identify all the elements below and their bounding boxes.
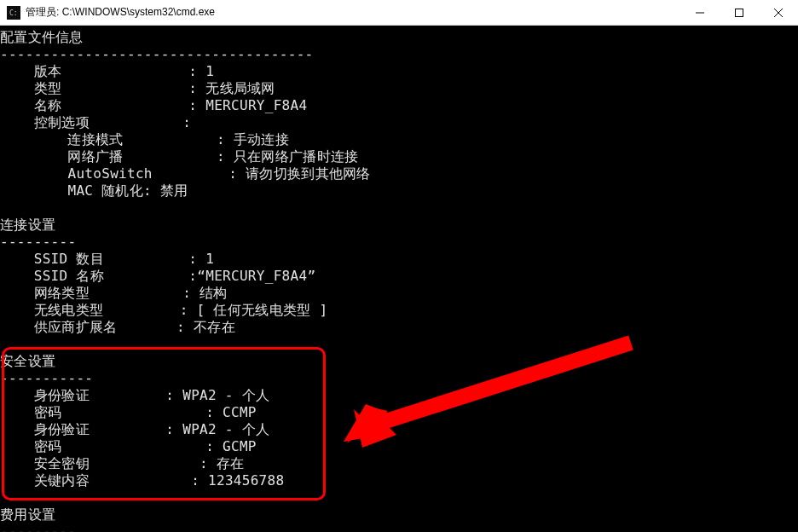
output-line: 名称 : MERCURY_F8A4: [0, 97, 798, 114]
svg-rect-2: [736, 9, 743, 16]
output-line: 无线电类型 : [ 任何无线电类型 ]: [0, 302, 798, 319]
output-line: 身份验证 : WPA2 - 个人: [0, 387, 798, 404]
section-header: 配置文件信息: [0, 29, 798, 46]
close-button[interactable]: [759, 0, 798, 26]
output-line: SSID 数目 : 1: [0, 251, 798, 268]
output-line: MAC 随机化: 禁用: [0, 182, 798, 200]
terminal-output[interactable]: 配置文件信息 ---------------------------------…: [0, 26, 798, 532]
output-line: 密码 : GCMP: [0, 438, 798, 455]
section-dash: -----------: [0, 370, 798, 387]
output-line: 网络类型 : 结构: [0, 285, 798, 302]
svg-text:C:: C:: [9, 9, 18, 17]
output-line: 控制选项 :: [0, 114, 798, 131]
section-dash: -------------------------------------: [0, 46, 798, 63]
section-header: 安全设置: [0, 353, 798, 370]
output-line: AutoSwitch : 请勿切换到其他网络: [0, 165, 798, 182]
output-line: 类型 : 无线局域网: [0, 80, 798, 97]
blank-line: [0, 200, 798, 217]
section-header: 费用设置: [0, 506, 798, 523]
blank-line: [0, 336, 798, 353]
output-line: 版本 : 1: [0, 63, 798, 80]
output-line: 关键内容 : 123456788: [0, 472, 798, 489]
output-line: SSID 名称 :“MERCURY_F8A4”: [0, 268, 798, 285]
cmd-icon: C:: [7, 6, 20, 20]
maximize-button[interactable]: [720, 0, 759, 26]
output-line: 网络广播 : 只在网络广播时连接: [0, 148, 798, 165]
section-dash: ---------: [0, 234, 798, 251]
blank-line: [0, 489, 798, 506]
output-line: 身份验证 : WPA2 - 个人: [0, 421, 798, 438]
minimize-button[interactable]: [680, 0, 720, 26]
output-line: 密码 : CCMP: [0, 404, 798, 421]
section-dash: ---------: [0, 523, 798, 532]
window-title: 管理员: C:\WINDOWS\system32\cmd.exe: [26, 5, 215, 20]
window-titlebar: C: 管理员: C:\WINDOWS\system32\cmd.exe: [0, 0, 798, 26]
output-line: 供应商扩展名 : 不存在: [0, 319, 798, 336]
output-line: 连接模式 : 手动连接: [0, 131, 798, 148]
section-header: 连接设置: [0, 217, 798, 234]
output-line: 安全密钥 : 存在: [0, 455, 798, 472]
